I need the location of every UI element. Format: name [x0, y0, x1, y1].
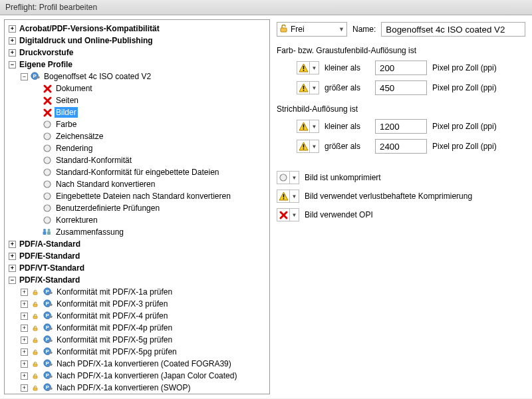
color-max-input[interactable] — [375, 80, 427, 95]
tree-stdkonf-emb[interactable]: Standard-Konformität für eingebettete Da… — [6, 166, 268, 178]
expander-icon[interactable]: + — [9, 37, 16, 45]
expander-icon[interactable]: + — [21, 336, 28, 344]
expander-icon[interactable]: + — [9, 25, 16, 33]
tree-acrobat[interactable]: + Acrobat/PDF-Versions-Kompatibilität — [6, 23, 268, 35]
lock-dropdown[interactable]: Frei ▼ — [277, 22, 347, 37]
expander-icon[interactable]: + — [21, 372, 28, 380]
expander-icon[interactable]: − — [21, 73, 28, 80]
line-max-input[interactable] — [375, 139, 427, 154]
expander-icon[interactable]: + — [9, 253, 16, 260]
profile-icon — [43, 382, 53, 393]
expander-icon[interactable]: + — [21, 360, 28, 368]
profile-icon — [43, 323, 53, 333]
tree-x3[interactable]: + Konformität mit PDF/X-3 prüfen — [6, 298, 268, 310]
tree-x1a[interactable]: + Konformität mit PDF/X-1a prüfen — [6, 286, 268, 298]
tree-eigene[interactable]: − Eigene Profile — [6, 59, 268, 70]
smaller-label: kleiner als — [325, 122, 370, 131]
expander-icon[interactable]: + — [21, 384, 28, 392]
section-color-label: Farb- bzw. Graustufenbild-Auflösung ist — [277, 46, 525, 55]
tree-stdkonf[interactable]: Standard-Konformität — [6, 154, 268, 166]
lock-icon — [30, 287, 41, 297]
profile-tree[interactable]: + Acrobat/PDF-Versions-Kompatibilität + … — [4, 19, 270, 394]
expander-icon[interactable]: + — [21, 313, 28, 320]
tree-nachstd[interactable]: Nach Standard konvertieren — [6, 178, 268, 190]
circle-icon — [42, 143, 53, 154]
circle-icon — [42, 131, 53, 142]
warning-icon — [297, 81, 310, 94]
circle-icon — [42, 119, 53, 130]
line-min-input[interactable] — [375, 119, 427, 134]
tree-zeichen[interactable]: Zeichensätze — [6, 130, 268, 142]
unit-label: Pixel pro Zoll (ppi) — [432, 122, 497, 131]
severity-dropdown[interactable]: ▼ — [310, 140, 319, 153]
circle-icon — [42, 203, 53, 213]
tree-rendering[interactable]: Rendering — [6, 142, 268, 154]
expander-icon[interactable]: + — [21, 325, 28, 332]
profile-icon — [43, 370, 53, 381]
lock-icon — [30, 370, 41, 381]
expander-icon[interactable]: + — [21, 348, 28, 356]
expander-icon[interactable]: + — [21, 301, 28, 308]
lock-icon — [30, 311, 41, 321]
expander-icon[interactable]: − — [9, 61, 16, 68]
unit-label: Pixel pro Zoll (ppi) — [432, 83, 497, 92]
expander-icon[interactable]: + — [9, 265, 16, 272]
tree-profile[interactable]: − Bogenoffset 4c ISO coated V2 — [6, 70, 268, 82]
tree-pdfa[interactable]: + PDF/A-Standard — [6, 238, 268, 250]
severity-dropdown[interactable]: ▼ — [310, 81, 319, 94]
tree-druck[interactable]: + Druckvorstufe — [6, 47, 268, 59]
severity-dropdown[interactable]: ▼ — [290, 171, 299, 184]
tree-x4p[interactable]: + Konformität mit PDF/X-4p prüfen — [6, 322, 268, 334]
severity-dropdown[interactable]: ▼ — [310, 120, 319, 133]
profile-icon — [43, 346, 53, 357]
profile-icon — [43, 311, 53, 321]
tree-x5g[interactable]: + Konformität mit PDF/X-5g prüfen — [6, 334, 268, 346]
tree-seiten[interactable]: Seiten — [6, 94, 268, 106]
tree-digital[interactable]: + Digitaldruck und Online-Publishing — [6, 35, 268, 47]
tree-embkonv[interactable]: Eingebettete Dateien nach Standard konve… — [6, 190, 268, 202]
expander-icon[interactable]: − — [9, 277, 16, 284]
window-titlebar: Preflight: Profil bearbeiten — [0, 0, 532, 15]
tree-zusammen[interactable]: Zusammenfassung — [6, 226, 268, 238]
lock-icon — [30, 382, 41, 393]
color-min-input[interactable] — [375, 61, 427, 75]
error-icon — [42, 107, 53, 118]
window-title: Preflight: Profil bearbeiten — [5, 3, 97, 12]
tree-dokument[interactable]: Dokument — [6, 82, 268, 94]
tree-x4[interactable]: + Konformität mit PDF/X-4 prüfen — [6, 310, 268, 322]
tree-benutzer[interactable]: Benutzerdefinierte Prüfungen — [6, 202, 268, 214]
tree-konv-fogra[interactable]: + Nach PDF/X-1a konvertieren (Coated FOG… — [6, 358, 268, 370]
tree-farbe[interactable]: Farbe — [6, 118, 268, 130]
warning-icon — [297, 140, 310, 153]
tree-korrekt[interactable]: Korrekturen — [6, 214, 268, 226]
tree-x5pg[interactable]: + Konformität mit PDF/X-5pg prüfen — [6, 346, 268, 358]
lock-label: Frei — [291, 25, 305, 34]
tree-pdfvt[interactable]: + PDF/VT-Standard — [6, 262, 268, 274]
tree-konv-japan[interactable]: + Nach PDF/X-1a konvertieren (Japan Colo… — [6, 370, 268, 382]
circle-icon — [42, 191, 53, 201]
larger-label: größer als — [325, 83, 370, 92]
people-icon — [42, 227, 53, 237]
expander-icon[interactable]: + — [21, 289, 28, 296]
tree-konv-swop[interactable]: + Nach PDF/X-1a konvertieren (SWOP) — [6, 382, 268, 394]
severity-dropdown[interactable]: ▼ — [310, 61, 319, 74]
tree-bilder[interactable]: Bilder — [6, 106, 268, 118]
profile-name-input[interactable] — [381, 22, 525, 37]
error-icon — [42, 95, 53, 106]
warning-icon — [297, 61, 310, 74]
lock-icon — [30, 346, 41, 357]
chevron-down-icon: ▼ — [338, 26, 344, 33]
expander-icon[interactable]: + — [9, 49, 16, 57]
error-icon — [42, 83, 53, 94]
severity-dropdown[interactable]: ▼ — [290, 208, 299, 221]
lock-icon — [279, 24, 288, 35]
lock-icon — [30, 299, 41, 309]
name-label: Name: — [352, 25, 376, 34]
severity-dropdown[interactable]: ▼ — [290, 190, 299, 203]
circle-icon — [42, 179, 53, 190]
profile-icon — [43, 358, 53, 369]
tree-pdfx[interactable]: − PDF/X-Standard — [6, 274, 268, 286]
expander-icon[interactable]: + — [9, 241, 16, 248]
tree-pdfe[interactable]: + PDF/E-Standard — [6, 250, 268, 262]
profile-icon — [30, 71, 41, 82]
